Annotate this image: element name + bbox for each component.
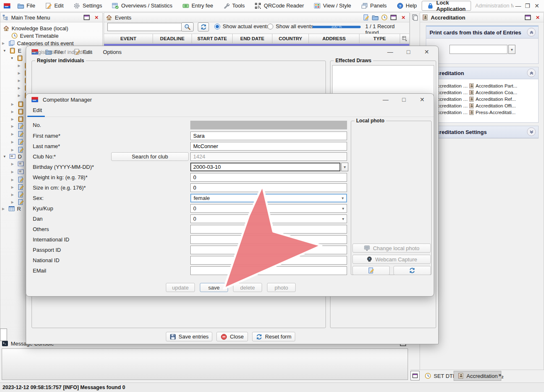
tree-item[interactable]: ▶ [11,108,24,115]
collapse-section-button[interactable] [527,68,536,77]
expand-arrow-icon[interactable]: ▶ [11,200,15,204]
first-name-field[interactable] [190,131,347,140]
event-search-input[interactable] [107,23,183,31]
radio-show-actual-events[interactable]: Show actual events [214,23,270,29]
column-header-country[interactable]: COUNTRY [272,34,309,43]
expand-arrow-icon[interactable]: ▶ [11,162,15,166]
birthday-field[interactable] [190,163,340,171]
list-item[interactable]: Press-Accreditati... [469,109,535,115]
expand-arrow-icon[interactable]: ▶ [11,132,15,136]
column-header-address[interactable]: ADDRESS [309,34,359,43]
tree-item-d[interactable]: ▼D [3,153,22,160]
webcam-capture-button[interactable]: Webcam Capture [352,255,431,264]
close-button[interactable]: ✕ [532,2,542,9]
expand-arrow-icon[interactable]: ▶ [18,79,22,83]
tree-item[interactable]: ▶ [11,176,24,183]
panel-maximize-icon[interactable] [525,14,531,21]
panel-close-icon[interactable]: × [92,14,101,21]
expand-arrow-icon[interactable]: ▶ [11,178,15,182]
menu-file[interactable]: File [12,0,40,12]
maximize-button[interactable]: □ [399,49,418,55]
accreditation-settings-header[interactable]: Accreditation Settings [426,126,538,138]
column-header-end-date[interactable]: END DATE [233,34,272,43]
accreditation-section-header[interactable]: Accreditation [426,67,538,79]
expand-arrow-icon[interactable]: ▶ [11,117,15,121]
tree-item[interactable]: ▶ [11,183,24,191]
menu-tools[interactable]: Tools [218,0,250,12]
tree-item[interactable]: ▶ [11,115,24,123]
others-field[interactable] [190,225,347,234]
list-item[interactable]: Accreditation Ref... [469,96,535,102]
collapse-arrow-icon[interactable]: ▼ [3,155,7,158]
menu-options[interactable]: Options [99,46,126,58]
last-name-field[interactable] [190,142,347,151]
stacked-panels-icon[interactable] [412,14,418,21]
menu-edit[interactable]: Edit [40,0,68,12]
entries-date-input[interactable] [449,45,508,54]
menu-entry-fee[interactable]: Entry fee [177,0,218,12]
console-output[interactable] [2,348,408,380]
tab-accreditation[interactable]: Accreditation [454,371,501,381]
change-local-photo-button[interactable]: Change local photo [352,243,431,253]
tree-item-event-timetable[interactable]: Event Timetable [11,32,58,39]
size-field[interactable] [190,183,347,192]
edit-form-icon[interactable] [363,14,369,21]
menu-edit[interactable]: Edit [33,107,42,113]
tree-item[interactable]: ▶ [11,138,24,146]
expand-arrow-icon[interactable]: ▶ [11,140,15,144]
column-header-event[interactable]: EVENT [104,34,153,43]
kyu-kup-select[interactable]: 0▾ [190,204,347,213]
expand-arrow-icon[interactable]: ▶ [11,170,15,174]
list-item[interactable]: Accreditation Offi... [469,102,535,109]
tab-overflow-button[interactable]: »2 [498,372,503,379]
tree-item[interactable]: ▶ [11,122,24,130]
update-button[interactable]: update [166,283,195,292]
menu-help[interactable]: ?Help [392,0,422,12]
radio-show-all-events[interactable]: Show all events [267,23,313,29]
panel-window-button[interactable] [410,371,420,380]
expand-arrow-icon[interactable]: ▶ [2,41,6,45]
search-button[interactable] [181,22,194,32]
save-entries-button[interactable]: Save entries [166,332,212,341]
dan-select[interactable]: 0▾ [190,214,347,223]
photo-button[interactable]: photo [267,283,296,292]
collapse-section-button[interactable] [527,28,536,37]
international-id-field[interactable] [190,235,347,244]
tree-item[interactable]: ▶ [11,100,24,108]
panel-maximize-icon[interactable] [390,14,397,21]
expand-arrow-icon[interactable]: ▶ [18,94,22,97]
expand-section-button[interactable] [527,127,536,136]
sex-select[interactable]: female▾ [190,194,347,202]
passport-id-field[interactable] [190,246,347,254]
national-id-field[interactable] [190,256,347,265]
lock-application-button[interactable]: Lock Application [422,1,471,11]
menu-view-style[interactable]: View / Style [309,0,356,12]
tree-item[interactable]: ▼ [10,54,23,62]
email-field[interactable] [190,266,347,275]
tree-item[interactable]: ▶ [11,130,24,138]
expand-arrow-icon[interactable]: ▶ [18,71,22,75]
expand-arrow-icon[interactable]: ▶ [11,124,15,128]
menu-edit[interactable]: Edit [70,46,96,58]
minimize-button[interactable]: — [514,2,523,9]
search-for-club-button[interactable]: Search for club [111,152,189,161]
expand-arrow-icon[interactable]: ▶ [11,185,15,189]
close-button[interactable]: ✕ [413,96,431,103]
edit-photo-button[interactable] [352,266,390,275]
folder-icon[interactable] [372,14,379,21]
menu-settings[interactable]: Settings [68,0,107,12]
refresh-photo-button[interactable] [393,266,431,275]
expand-arrow-icon[interactable]: ▶ [11,193,15,197]
close-button[interactable]: ✕ [418,49,436,55]
expand-arrow-icon[interactable]: ▶ [11,102,15,106]
expand-arrow-icon[interactable]: ▶ [11,110,15,114]
menu-file[interactable]: File [41,46,67,58]
column-header-deadline[interactable]: DEADLINE [153,34,192,43]
collapse-arrow-icon[interactable]: ▼ [3,49,7,53]
effected-draws-list[interactable] [332,65,434,97]
maximize-button[interactable]: □ [395,96,413,103]
tree-item-r[interactable]: ▶R [2,205,21,212]
tree-item-events[interactable]: ▼E [3,47,22,54]
tree-item[interactable]: ▶ [11,168,24,175]
expand-arrow-icon[interactable]: ▶ [2,207,6,211]
